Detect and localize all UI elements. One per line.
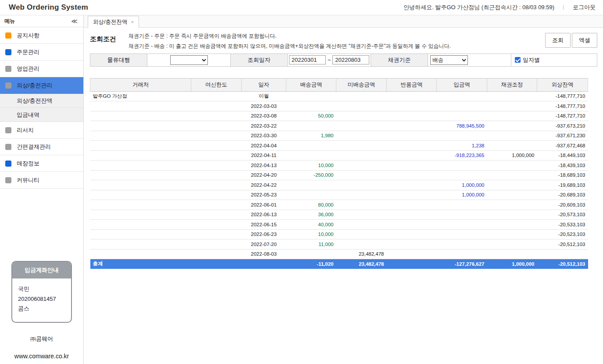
table-row[interactable]: 2022-04-221,000,000-19,689,103 (90, 180, 588, 190)
logout-link[interactable]: 로그아웃 (573, 4, 596, 11)
table-row[interactable]: 2022-03-22788,945,500-937,673,210 (90, 121, 588, 131)
cell-date: 2022-07-20 (242, 239, 286, 250)
cell-delivery (286, 91, 336, 101)
cell-delivery: 10,000 (286, 161, 336, 171)
total-cell-delivery: -11,020 (286, 259, 336, 269)
cell-undelivered (336, 220, 387, 230)
col-header-customer: 거래처 (90, 78, 191, 91)
divider: ㅣ (561, 4, 566, 11)
table-row[interactable]: 2022-03-03-148,777,710 (90, 101, 588, 111)
sidebar-item-label: 간편결제관리 (17, 143, 51, 151)
col-header-adjust: 채권조정 (487, 78, 537, 91)
logistics-select[interactable] (170, 55, 208, 65)
cell-balance: -18,689,103 (537, 170, 588, 180)
cell-return_amt (387, 190, 437, 200)
table-row[interactable]: 2022-06-0180,000-20,609,103 (90, 200, 588, 210)
search-button[interactable]: 조회 (545, 33, 571, 48)
sidebar-item-label: 커뮤니티 (17, 176, 39, 184)
cell-customer (90, 239, 191, 250)
collapse-sidebar-icon[interactable]: ≪ (71, 18, 78, 25)
tab-credit-balance[interactable]: 외상/충전잔액 × (88, 16, 139, 28)
table-row[interactable]: 2022-04-041,238-937,672,468 (90, 141, 588, 151)
cell-customer (90, 121, 191, 131)
company-name: ㈜콤웨어 (0, 335, 83, 343)
cell-adjust (487, 161, 537, 171)
cell-return_amt (387, 141, 437, 151)
table-row[interactable]: 2022-04-11-918,223,3651,000,000-18,449,1… (90, 150, 588, 161)
cell-undelivered (336, 180, 387, 190)
sidebar-item-9[interactable]: 커뮤니티 (0, 172, 83, 189)
table-row[interactable]: 2022-06-1540,000-20,533,103 (90, 220, 588, 230)
date-to-input[interactable] (332, 55, 369, 64)
square-icon (5, 161, 11, 167)
bond-basis-select[interactable]: 배송 (430, 55, 468, 65)
query-condition-section: 조회조건 채권기준 - 주문 : 주문 즉시 주문금액이 배송금액에 포함됩니다… (90, 30, 597, 51)
cell-balance: -20,689,103 (537, 190, 588, 200)
close-tab-icon[interactable]: × (131, 19, 133, 25)
table-row[interactable]: 2022-06-1336,000-20,573,103 (90, 210, 588, 220)
cell-balance: -148,777,710 (537, 91, 588, 101)
sidebar-subitem-4[interactable]: 외상/충전잔액 (0, 94, 83, 108)
excel-button[interactable]: 엑셀 (572, 33, 597, 48)
sidebar-item-label: 매장정보 (17, 160, 39, 168)
table-row[interactable]: 2022-07-2011,000-20,512,103 (90, 239, 588, 250)
cell-date: 2022-04-13 (242, 161, 286, 171)
square-icon (5, 49, 11, 55)
table-row[interactable]: 2022-04-1310,000-18,439,103 (90, 161, 588, 171)
bank-name: 국민 (18, 284, 65, 294)
cell-date: 2022-04-22 (242, 180, 286, 190)
cell-adjust (487, 249, 537, 259)
table-row[interactable]: 2022-08-0323,482,478 (90, 249, 588, 259)
sidebar-item-6[interactable]: 리서치 (0, 122, 83, 139)
cell-adjust (487, 239, 537, 250)
grid-header-row: 거래처 여신한도 일자 배송금액 미배송금액 반품금액 입금액 채권조정 외상잔… (90, 78, 588, 91)
cell-return_amt (387, 210, 437, 220)
cell-credit (191, 220, 242, 230)
daily-checkbox[interactable] (515, 57, 521, 63)
cell-balance: -20,609,103 (537, 200, 588, 210)
total-cell-date (242, 259, 286, 269)
cell-balance: -20,573,103 (537, 210, 588, 220)
company-website[interactable]: www.comware.co.kr (0, 353, 83, 360)
cell-credit (191, 111, 242, 121)
cell-date: 2022-06-15 (242, 220, 286, 230)
cell-date: 2022-08-03 (242, 249, 286, 259)
cell-return_amt (387, 131, 437, 141)
app-window: Web Ordering System 안녕하세요. 발주GO 가산점님 (최근… (0, 0, 603, 364)
sidebar-item-label: 영업관리 (17, 65, 39, 73)
cell-undelivered (336, 229, 387, 239)
cell-return_amt (387, 170, 437, 180)
sidebar-subitem-5[interactable]: 입금내역 (0, 108, 83, 122)
table-row[interactable]: 발주GO 가산점이월-148,777,710 (90, 91, 588, 101)
date-from-input[interactable] (289, 55, 326, 64)
col-header-return: 반품금액 (387, 78, 437, 91)
sidebar-item-3[interactable]: 외상/충전관리 (0, 77, 83, 94)
cell-deposit (437, 170, 487, 180)
cell-deposit (437, 91, 487, 101)
cell-undelivered (336, 210, 387, 220)
cell-delivery: -250,000 (286, 170, 336, 180)
cell-undelivered (336, 200, 387, 210)
cell-balance: -937,673,210 (537, 121, 588, 131)
cell-adjust (487, 131, 537, 141)
cell-date: 이월 (242, 91, 286, 101)
table-row[interactable]: 2022-03-0850,000-148,727,710 (90, 111, 588, 121)
table-row[interactable]: 2022-04-20-250,000-18,689,103 (90, 170, 588, 180)
sidebar-item-0[interactable]: 공지사항 (0, 27, 83, 44)
cell-date: 2022-06-23 (242, 229, 286, 239)
cell-delivery: 50,000 (286, 111, 336, 121)
sidebar-item-2[interactable]: 영업관리 (0, 61, 83, 77)
cell-date: 2022-03-08 (242, 111, 286, 121)
sidebar-item-1[interactable]: 주문관리 (0, 44, 83, 61)
cell-return_amt (387, 229, 437, 239)
table-row[interactable]: 2022-03-301,980-937,671,230 (90, 131, 588, 141)
cell-credit (191, 91, 242, 101)
cell-adjust (487, 101, 537, 111)
table-row[interactable]: 2022-05-231,000,000-20,689,103 (90, 190, 588, 200)
account-number: 202006081457 (18, 294, 65, 304)
cell-balance (537, 249, 588, 259)
sidebar-item-7[interactable]: 간편결제관리 (0, 139, 83, 155)
table-row[interactable]: 2022-06-2310,000-20,523,103 (90, 229, 588, 239)
sidebar-item-8[interactable]: 매장정보 (0, 155, 83, 172)
cell-adjust (487, 91, 537, 101)
